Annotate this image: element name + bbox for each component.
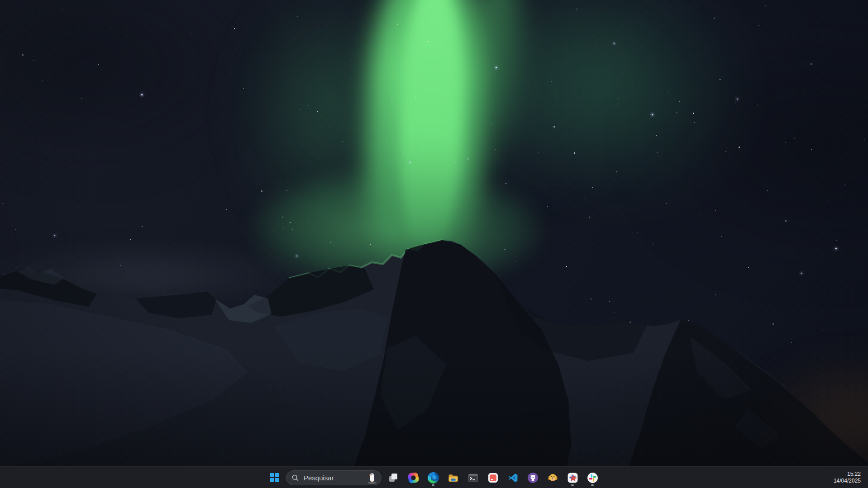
copilot-icon <box>407 472 419 483</box>
running-indicator <box>591 484 594 486</box>
vignette <box>0 0 868 466</box>
taskbar-app-slack[interactable] <box>583 469 601 487</box>
taskbar-app-terminal[interactable] <box>464 469 482 487</box>
vscode-icon <box>507 472 519 483</box>
task-view-icon <box>388 472 399 483</box>
search-input[interactable] <box>303 474 363 482</box>
taskbar-app-star[interactable] <box>563 469 582 487</box>
taskbar-app-task-view[interactable] <box>384 469 402 487</box>
file-explorer-icon <box>448 472 459 483</box>
taskbar-app-copilot[interactable] <box>404 469 422 487</box>
start-button[interactable] <box>266 469 284 487</box>
taskbar-app-vscode[interactable] <box>504 469 522 487</box>
red-square-app-icon <box>487 472 499 483</box>
taskbar-clock[interactable]: 15:22 14/04/2025 <box>829 467 865 488</box>
taskbar: 15:22 14/04/2025 <box>0 466 868 488</box>
pinned-apps <box>384 469 601 487</box>
blue-red-star-icon <box>567 472 578 483</box>
taskbar-app-github-desktop[interactable] <box>524 469 542 487</box>
dog-emoji-icon <box>547 472 558 483</box>
edge-browser-icon <box>428 472 439 483</box>
search-icon <box>291 474 299 482</box>
search-box[interactable] <box>286 470 382 485</box>
running-indicator <box>432 484 434 486</box>
slack-icon <box>587 472 598 483</box>
clock-time: 15:22 <box>847 471 861 478</box>
running-indicator <box>571 484 574 486</box>
puffin-bird-image <box>366 471 378 484</box>
github-desktop-icon <box>527 472 539 483</box>
terminal-icon <box>467 472 479 483</box>
taskbar-app-edge[interactable] <box>424 469 442 487</box>
desktop-wallpaper[interactable] <box>0 0 868 466</box>
windows-logo-icon <box>270 473 279 482</box>
taskbar-app-file-explorer[interactable] <box>444 469 462 487</box>
clock-date: 14/04/2025 <box>834 478 861 484</box>
taskbar-app-dog[interactable] <box>544 469 562 487</box>
taskbar-app-red-square[interactable] <box>484 469 502 487</box>
